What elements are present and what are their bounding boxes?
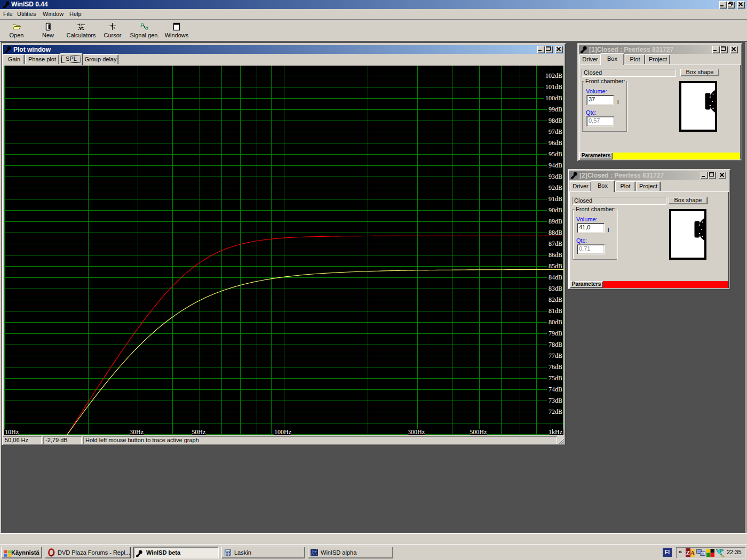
svg-text:73dB: 73dB: [549, 397, 562, 404]
svg-text:500Hz: 500Hz: [470, 428, 487, 435]
svg-text:82dB: 82dB: [549, 296, 562, 303]
svg-text:79dB: 79dB: [549, 330, 562, 337]
svg-text:87dB: 87dB: [549, 240, 562, 247]
svg-text:75dB: 75dB: [549, 374, 562, 382]
svg-text:90dB: 90dB: [549, 206, 562, 214]
svg-text:84dB: 84dB: [549, 274, 562, 281]
svg-text:30Hz: 30Hz: [130, 428, 144, 435]
svg-text:98dB: 98dB: [549, 117, 562, 124]
svg-text:97dB: 97dB: [549, 128, 562, 135]
svg-text:81dB: 81dB: [549, 307, 562, 315]
svg-text:100dB: 100dB: [545, 94, 562, 102]
svg-text:96dB: 96dB: [549, 139, 562, 147]
svg-text:76dB: 76dB: [549, 363, 562, 371]
svg-text:100Hz: 100Hz: [274, 428, 291, 435]
svg-text:85dB: 85dB: [549, 262, 562, 270]
svg-text:94dB: 94dB: [549, 162, 562, 169]
svg-text:72dB: 72dB: [549, 408, 562, 415]
svg-text:50Hz: 50Hz: [192, 428, 205, 435]
svg-text:95dB: 95dB: [549, 150, 562, 158]
svg-text:1kHz: 1kHz: [549, 428, 562, 435]
svg-text:78dB: 78dB: [549, 341, 562, 348]
svg-text:88dB: 88dB: [549, 229, 562, 236]
svg-text:91dB: 91dB: [549, 195, 562, 203]
svg-text:300Hz: 300Hz: [408, 428, 425, 435]
svg-text:77dB: 77dB: [549, 352, 562, 359]
svg-text:93dB: 93dB: [549, 173, 562, 180]
svg-text:86dB: 86dB: [549, 251, 562, 259]
svg-text:74dB: 74dB: [549, 386, 562, 393]
svg-text:80dB: 80dB: [549, 318, 562, 326]
svg-text:99dB: 99dB: [549, 106, 562, 113]
svg-text:10Hz: 10Hz: [5, 428, 19, 435]
svg-text:101dB: 101dB: [545, 83, 562, 91]
svg-text:102dB: 102dB: [545, 72, 562, 79]
svg-text:83dB: 83dB: [549, 285, 562, 292]
svg-text:92dB: 92dB: [549, 184, 562, 191]
svg-text:89dB: 89dB: [549, 218, 562, 225]
